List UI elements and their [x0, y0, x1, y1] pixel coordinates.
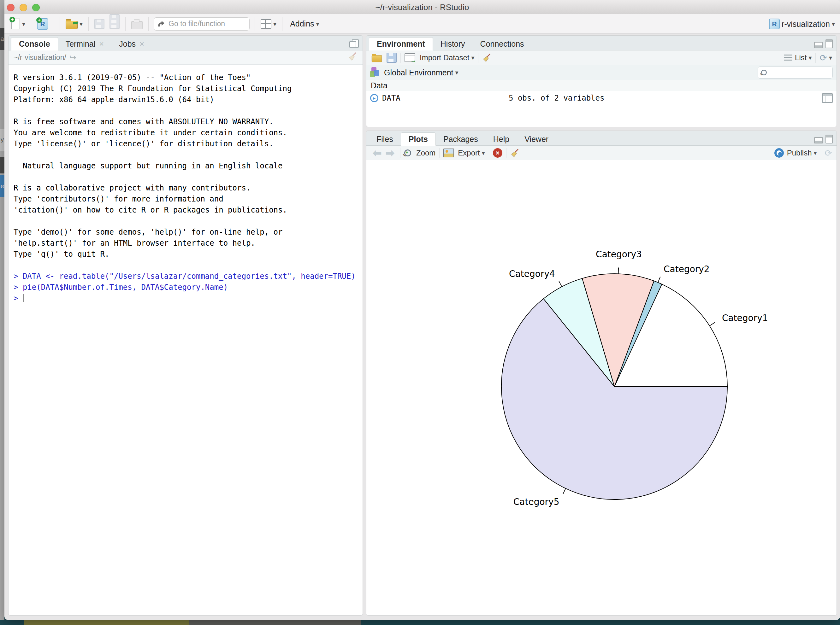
- tab-jobs[interactable]: Jobs ×: [111, 38, 152, 50]
- addins-button[interactable]: Addins ▾: [285, 16, 322, 32]
- console-output[interactable]: R version 3.6.1 (2019-07-05) -- "Action …: [9, 65, 363, 304]
- object-name[interactable]: DATA: [382, 94, 401, 103]
- publish-label[interactable]: Publish: [787, 149, 812, 157]
- chevron-down-icon[interactable]: ▾: [273, 20, 276, 28]
- save-workspace-icon[interactable]: [386, 53, 397, 63]
- console-output-line: [14, 171, 363, 183]
- toolbar-separator: [255, 17, 255, 31]
- goto-file-search[interactable]: [154, 17, 249, 31]
- tab-help[interactable]: Help: [486, 133, 517, 145]
- maximize-pane-icon[interactable]: [349, 39, 359, 48]
- chevron-down-icon: ▾: [316, 20, 319, 28]
- panes-grid-icon: [261, 19, 271, 29]
- tab-label: Jobs: [119, 38, 136, 50]
- new-file-button[interactable]: + ▾: [9, 16, 28, 32]
- publish-icon[interactable]: [775, 148, 784, 158]
- clear-all-plots-icon[interactable]: [510, 148, 520, 158]
- chevron-down-icon[interactable]: ▾: [455, 69, 458, 76]
- console-pane: Console Terminal × Jobs × ~/r-visualizat…: [8, 35, 363, 616]
- chevron-down-icon[interactable]: ▾: [809, 54, 812, 62]
- toolbar-separator: [125, 17, 126, 31]
- tab-console[interactable]: Console: [11, 37, 58, 50]
- plots-toolbar: ⬅ ➡ + Zoom Export ▾ × Publish ▾ ⟳: [366, 146, 837, 160]
- remove-plot-icon[interactable]: ×: [493, 148, 502, 158]
- tab-label: Viewer: [524, 133, 549, 145]
- console-output-line: [14, 149, 363, 160]
- zoom-plot-icon[interactable]: +: [404, 149, 411, 156]
- import-dataset-icon[interactable]: [405, 53, 415, 62]
- console-output-line: [14, 105, 363, 117]
- minimize-pane-icon[interactable]: [814, 137, 823, 143]
- tab-viewer[interactable]: Viewer: [517, 133, 556, 145]
- open-file-button[interactable]: ➦ ▾: [63, 16, 85, 32]
- load-workspace-icon[interactable]: [372, 55, 382, 62]
- maximize-pane-icon[interactable]: [826, 39, 833, 48]
- new-project-button[interactable]: R +: [34, 16, 56, 32]
- tab-files[interactable]: Files: [369, 133, 401, 145]
- toolbar-separator: [282, 17, 282, 31]
- tab-label: Console: [19, 38, 50, 50]
- toolbar-separator: [400, 148, 401, 158]
- environment-scope-label[interactable]: Global Environment: [384, 68, 454, 77]
- chevron-down-icon[interactable]: ▾: [22, 20, 25, 28]
- maximize-pane-icon[interactable]: [826, 135, 833, 143]
- title-bar[interactable]: ~/r-visualization - RStudio: [5, 0, 840, 14]
- chevron-down-icon[interactable]: ▾: [471, 54, 474, 62]
- console-output-line: Type 'q()' to quit R.: [14, 249, 363, 260]
- global-environment-icon: [370, 67, 381, 78]
- chevron-down-icon[interactable]: ▾: [79, 20, 83, 28]
- environment-object-row[interactable]: ▶ DATA 5 obs. of 2 variables: [366, 91, 837, 105]
- expand-object-icon[interactable]: ▶: [370, 94, 378, 102]
- list-view-label[interactable]: List: [795, 53, 807, 62]
- view-data-icon[interactable]: [822, 93, 833, 103]
- toolbar-separator: [489, 148, 489, 158]
- refresh-icon[interactable]: ⟳: [820, 53, 827, 63]
- print-button[interactable]: [129, 16, 145, 32]
- close-icon[interactable]: ×: [139, 38, 144, 50]
- console-command-line: > DATA <- read.table("/Users/lsalazar/co…: [14, 271, 363, 282]
- pie-label-tick: [618, 268, 619, 274]
- chevron-down-icon[interactable]: ▾: [829, 54, 832, 62]
- minimize-pane-icon[interactable]: [814, 42, 823, 48]
- save-all-button[interactable]: [107, 16, 122, 32]
- project-selector[interactable]: R r-visualization ▾: [769, 16, 835, 32]
- project-name: r-visualization: [782, 20, 830, 29]
- tab-environment[interactable]: Environment: [369, 37, 433, 50]
- clear-environment-icon[interactable]: [482, 53, 492, 62]
- pie-label-tick: [563, 488, 566, 494]
- zoom-plot-label[interactable]: Zoom: [416, 149, 435, 157]
- close-icon[interactable]: ×: [99, 38, 104, 50]
- export-plot-icon[interactable]: [443, 149, 454, 157]
- goto-directory-icon[interactable]: ↪: [69, 53, 76, 62]
- list-view-icon[interactable]: [784, 54, 792, 61]
- previous-plot-icon[interactable]: ⬅: [372, 147, 382, 159]
- chevron-down-icon[interactable]: ▾: [482, 149, 485, 157]
- next-plot-icon[interactable]: ➡: [386, 147, 395, 159]
- console-command-line: >: [14, 293, 363, 304]
- save-all-icon-back: [109, 14, 120, 24]
- toolbar-separator: [821, 148, 821, 158]
- tab-connections[interactable]: Connections: [473, 38, 532, 50]
- environment-search-input[interactable]: [769, 68, 828, 77]
- import-dataset-label[interactable]: Import Dataset: [420, 53, 469, 62]
- save-icon: [94, 19, 104, 29]
- toolbar-separator: [439, 148, 439, 158]
- desktop-strip-segment: [189, 620, 361, 625]
- tab-history[interactable]: History: [433, 38, 473, 50]
- refresh-plot-icon[interactable]: ⟳: [825, 148, 832, 158]
- export-plot-label[interactable]: Export: [458, 149, 480, 157]
- panes-layout-button[interactable]: ▾: [258, 16, 279, 32]
- chevron-down-icon[interactable]: ▾: [814, 149, 817, 157]
- goto-file-input[interactable]: [168, 19, 242, 28]
- tab-plots[interactable]: Plots: [401, 132, 436, 146]
- tab-label: Packages: [443, 133, 478, 145]
- plot-area: Category1Category2Category3Category4Cate…: [366, 160, 837, 615]
- plots-tabbar: Files Plots Packages Help Viewer: [366, 131, 837, 146]
- clear-console-icon[interactable]: [348, 52, 357, 61]
- save-button[interactable]: [92, 16, 107, 32]
- toolbar-separator: [506, 148, 506, 158]
- tab-packages[interactable]: Packages: [436, 133, 486, 145]
- environment-search[interactable]: [757, 67, 833, 79]
- tab-label: Plots: [408, 133, 428, 145]
- tab-terminal[interactable]: Terminal ×: [58, 38, 112, 50]
